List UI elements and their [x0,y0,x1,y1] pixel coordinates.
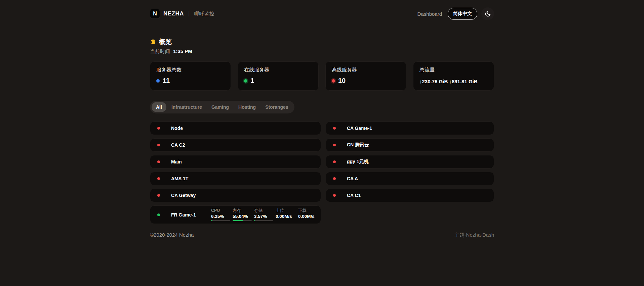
brand-home-link[interactable]: N NEZHA | 哪吒监控 [150,9,214,19]
stat-memory: 内存 55.04% [233,208,252,221]
server-name: ggy 1元机 [347,159,369,165]
brand-subtitle: 哪吒监控 [194,11,214,17]
stat-label: 存储 [254,208,273,213]
status-dot-icon [157,160,160,163]
status-dot-icon [157,177,160,180]
stat-value: 6.25% [211,214,230,219]
offline-dot-icon [332,79,335,83]
server-stats: CPU 6.25% 内存 55.04% 存储 [211,208,321,221]
status-dot-icon [157,144,160,146]
server-row-ca-c1[interactable]: CA C1 [326,189,494,202]
server-name: AMS 1T [171,176,188,181]
online-dot-icon [244,79,247,83]
server-row-ca-game-1[interactable]: CA Game-1 [326,122,494,135]
server-row-ca-a[interactable]: CA A [326,172,494,185]
stat-label: 内存 [233,208,252,213]
stat-card-value: 10 [338,77,346,85]
stat-value: 3.57% [254,214,273,219]
copyright-text: ©2020-2024 Nezha [150,232,194,238]
footer: ©2020-2024 Nezha 主题-Nezha-Dash [150,232,494,238]
stat-disk: 存储 3.57% [254,208,273,221]
server-row-ams-1t[interactable]: AMS 1T [150,172,321,185]
server-row-ca-c2[interactable]: CA C2 [150,138,321,152]
theme-toggle-button[interactable] [481,7,494,20]
server-name: Node [171,126,183,131]
stat-card-offline-servers: 离线服务器 10 [325,61,406,91]
server-row-main[interactable]: Main [150,155,321,169]
server-row-ggy[interactable]: ggy 1元机 [326,155,494,169]
dashboard-link[interactable]: Dashboard [417,11,442,17]
current-time: 当前时间 1:35 PM [150,48,494,55]
tab-storanges[interactable]: Storanges [261,102,292,112]
traffic-value: ↑230.76 GiB ↓891.81 GiB [419,79,488,84]
overview-section: 概览 当前时间 1:35 PM 服务器总数 11 在线服务器 1 [150,38,494,238]
moon-icon [485,11,491,17]
stat-label: 上传 [276,208,296,213]
status-dot-icon [157,194,160,197]
brand-divider: | [188,10,190,17]
disk-progress-bar [254,220,273,221]
stat-card-total-traffic: 总流量 ↑230.76 GiB ↓891.81 GiB [413,61,494,91]
server-name: CA C1 [347,193,361,198]
status-dot-icon [157,213,160,216]
memory-progress-bar [233,220,252,221]
server-list: Node CA Game-1 CA C2 CN 腾讯云 Main ggy 1元机 [150,122,494,224]
logo-letter: N [153,11,157,17]
server-row-node[interactable]: Node [150,122,321,135]
current-time-value: 1:35 PM [173,48,192,54]
page-title-text: 概览 [159,38,172,46]
stat-download: 下载 0.00M/s [298,208,318,219]
server-row-cn-tencent[interactable]: CN 腾讯云 [326,138,494,152]
status-dot-icon [333,144,336,146]
server-name: CA C2 [171,142,185,148]
theme-credit-text: 主题-Nezha-Dash [454,232,494,238]
stat-upload: 上传 0.00M/s [276,208,296,219]
tab-infrastructure[interactable]: Infrastructure [167,102,206,112]
server-name: Main [171,159,182,164]
header: N NEZHA | 哪吒监控 Dashboard 简体中文 [150,0,494,20]
server-name: FR Game-1 [171,212,211,218]
server-row-ca-getway[interactable]: CA Getway [150,189,321,202]
stat-cpu: CPU 6.25% [211,208,230,221]
total-dot-icon [156,79,160,83]
server-name: CA Getway [171,193,196,198]
stat-card-label: 离线服务器 [332,67,400,73]
status-dot-icon [333,160,336,163]
stat-value: 0.00M/s [276,214,296,219]
server-name: CN 腾讯云 [347,142,369,148]
server-name: CA Game-1 [347,126,372,131]
server-group-tabs: All Infrastructure Gaming Hosting Storan… [150,101,294,113]
brand-name: NEZHA [163,10,184,17]
stat-card-online-servers: 在线服务器 1 [238,61,319,91]
stat-card-total-servers: 服务器总数 11 [150,61,231,91]
current-time-label: 当前时间 [150,48,170,54]
stat-label: CPU [211,208,230,213]
wave-emoji-icon [150,39,157,45]
tab-gaming[interactable]: Gaming [207,102,233,112]
header-actions: Dashboard 简体中文 [417,7,494,20]
server-name: CA A [347,176,358,181]
cpu-progress-bar [211,220,230,221]
status-dot-icon [333,127,336,130]
server-row-fr-game-1[interactable]: FR Game-1 CPU 6.25% 内存 55.04% [150,205,321,224]
status-dot-icon [157,127,160,130]
page-title: 概览 [150,38,494,46]
stat-cards: 服务器总数 11 在线服务器 1 离线服务器 10 [150,61,494,91]
status-dot-icon [333,194,336,197]
nezha-logo-icon: N [150,9,160,19]
language-button[interactable]: 简体中文 [448,8,477,20]
stat-card-value: 1 [250,77,254,85]
stat-card-label: 服务器总数 [156,67,225,73]
stat-label: 下载 [298,208,318,213]
status-dot-icon [333,177,336,180]
stat-value: 55.04% [233,214,252,219]
stat-card-label: 总流量 [419,67,488,73]
stat-card-value: 11 [163,77,170,85]
tab-hosting[interactable]: Hosting [234,102,260,112]
stat-value: 0.00M/s [298,214,318,219]
stat-card-label: 在线服务器 [244,67,312,73]
tab-all[interactable]: All [152,102,166,112]
